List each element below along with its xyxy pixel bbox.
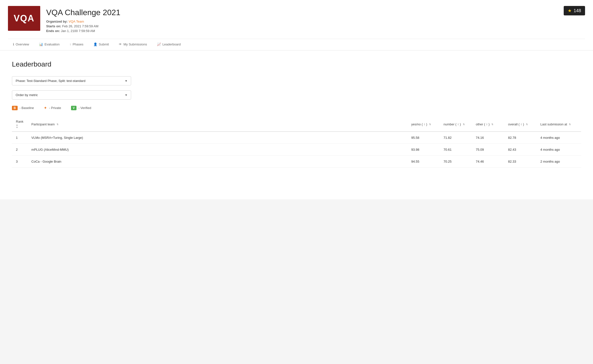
- ends-on-line: Ends on: Jan 1, 2100 7:59:59 AM: [46, 29, 585, 33]
- legend-row: B - Baseline ✦ - Private V - Verified: [12, 106, 581, 110]
- tab-overview-label: Overview: [16, 42, 29, 46]
- tab-evaluation-label: Evaluation: [44, 42, 60, 46]
- cell-yesno: 94.55: [407, 155, 440, 167]
- tab-submit[interactable]: 👤 Submit: [88, 39, 114, 50]
- table-header-row: Rank ▲▼ Participant team ⇅ yes/no ( ↑ ) …: [12, 117, 581, 132]
- cell-overall: 82.43: [504, 144, 536, 155]
- leaderboard-table: Rank ▲▼ Participant team ⇅ yes/no ( ↑ ) …: [12, 117, 581, 168]
- organized-by-label: Organized by:: [46, 20, 68, 23]
- tab-submit-label: Submit: [99, 42, 109, 46]
- col-number-header[interactable]: number ( ↑ ) ⇅: [440, 117, 472, 132]
- col-other-header[interactable]: other ( ↑ ) ⇅: [472, 117, 504, 132]
- cell-other: 74.46: [472, 155, 504, 167]
- header-card: VQA VQA Challenge 2021 Organized by: VQA…: [0, 0, 593, 50]
- cell-yesno: 95.58: [407, 132, 440, 144]
- header-top: VQA VQA Challenge 2021 Organized by: VQA…: [8, 6, 585, 39]
- table-header: Rank ▲▼ Participant team ⇅ yes/no ( ↑ ) …: [12, 117, 581, 132]
- tab-overview[interactable]: ℹ Overview: [8, 39, 34, 50]
- tab-my-submissions[interactable]: 👁 My Submissions: [114, 39, 152, 50]
- tab-phases-label: Phases: [73, 42, 83, 46]
- order-dropdown[interactable]: Order by metric: [12, 90, 131, 100]
- organized-by-link[interactable]: VQA Team: [69, 20, 84, 23]
- legend-private: ✦ - Private: [44, 106, 61, 110]
- cell-submission: 2 months ago: [536, 155, 581, 167]
- number-sort-arrows: ⇅: [463, 123, 465, 126]
- cell-rank: 2: [12, 144, 27, 155]
- verified-label: - Verified: [78, 106, 91, 110]
- tab-phases[interactable]: ↑ Phases: [65, 39, 88, 50]
- table-body: 1 VLMo (MSRA+Turing, Single Large) 95.58…: [12, 132, 581, 168]
- cell-rank: 1: [12, 132, 27, 144]
- tab-evaluation[interactable]: 📊 Evaluation: [34, 39, 65, 50]
- cell-yesno: 93.98: [407, 144, 440, 155]
- ends-value: Jan 1, 2100 7:59:59 AM: [61, 29, 95, 33]
- cell-overall: 82.33: [504, 155, 536, 167]
- submission-sort-arrows: ⇅: [569, 123, 571, 126]
- yesno-sort-arrows: ⇅: [429, 123, 431, 126]
- evaluation-icon: 📊: [39, 42, 43, 46]
- private-label: - Private: [49, 106, 61, 110]
- overview-icon: ℹ: [13, 42, 14, 46]
- rank-sort-arrows: ▲▼: [16, 124, 18, 129]
- rank-label: Rank: [16, 120, 23, 123]
- main-content: Leaderboard Phase: Test-Standard Phase, …: [0, 50, 593, 199]
- logo-text: VQA: [14, 13, 35, 24]
- col-yesno-header[interactable]: yes/no ( ↑ ) ⇅: [407, 117, 440, 132]
- other-sort-arrows: ⇅: [491, 123, 493, 126]
- leaderboard-icon: 📈: [157, 42, 161, 46]
- submit-icon: 👤: [93, 42, 97, 46]
- cell-team: mPLUG (AliceMind-MMU): [27, 144, 407, 155]
- vqa-logo: VQA: [8, 6, 40, 31]
- legend-verified: V - Verified: [71, 106, 91, 110]
- table-row: 3 CoCa - Google Brain 94.55 70.25 74.46 …: [12, 155, 581, 167]
- cell-team: CoCa - Google Brain: [27, 155, 407, 167]
- private-star-icon: ✦: [44, 106, 47, 110]
- cell-overall: 82.78: [504, 132, 536, 144]
- my-submissions-icon: 👁: [119, 42, 122, 46]
- star-icon: ★: [568, 8, 572, 13]
- phase-dropdown[interactable]: Phase: Test-Standard Phase, Split: test-…: [12, 76, 131, 85]
- cell-number: 70.61: [440, 144, 472, 155]
- starts-value: Feb 26, 2021 7:59:59 AM: [62, 24, 98, 28]
- table-row: 1 VLMo (MSRA+Turing, Single Large) 95.58…: [12, 132, 581, 144]
- col-overall-header[interactable]: overall ( ↑ ) ⇅: [504, 117, 536, 132]
- cell-number: 70.25: [440, 155, 472, 167]
- overall-sort-arrows: ⇅: [526, 123, 528, 126]
- table-row: 2 mPLUG (AliceMind-MMU) 93.98 70.61 75.0…: [12, 144, 581, 155]
- cell-number: 71.82: [440, 132, 472, 144]
- order-dropdown-wrapper: Order by metric ▼: [12, 90, 131, 100]
- tab-leaderboard-label: Leaderboard: [162, 42, 181, 46]
- organized-by-line: Organized by: VQA Team: [46, 20, 585, 23]
- cell-submission: 4 months ago: [536, 144, 581, 155]
- legend-baseline: B - Baseline: [12, 106, 34, 110]
- cell-other: 75.09: [472, 144, 504, 155]
- cell-submission: 4 months ago: [536, 132, 581, 144]
- tab-leaderboard[interactable]: 📈 Leaderboard: [152, 39, 186, 50]
- cell-other: 74.16: [472, 132, 504, 144]
- phases-icon: ↑: [70, 42, 71, 46]
- team-sort-arrows: ⇅: [57, 123, 59, 126]
- verified-badge: V: [71, 106, 76, 110]
- col-rank-header[interactable]: Rank ▲▼: [12, 117, 27, 132]
- cell-team: VLMo (MSRA+Turing, Single Large): [27, 132, 407, 144]
- starts-on-line: Starts on: Feb 26, 2021 7:59:59 AM: [46, 24, 585, 28]
- col-team-header[interactable]: Participant team ⇅: [27, 117, 407, 132]
- col-submission-header[interactable]: Last submission at ⇅: [536, 117, 581, 132]
- page-title: Leaderboard: [12, 60, 581, 68]
- header-info: VQA Challenge 2021 Organized by: VQA Tea…: [46, 6, 585, 34]
- tab-my-submissions-label: My Submissions: [123, 42, 147, 46]
- cell-rank: 3: [12, 155, 27, 167]
- phase-dropdown-wrapper: Phase: Test-Standard Phase, Split: test-…: [12, 76, 131, 85]
- star-badge[interactable]: ★ 148: [564, 6, 585, 15]
- baseline-badge: B: [12, 106, 18, 110]
- phase-filter-row: Phase: Test-Standard Phase, Split: test-…: [12, 76, 581, 85]
- nav-tabs: ℹ Overview 📊 Evaluation ↑ Phases 👤 Submi…: [8, 39, 585, 50]
- star-count: 148: [574, 8, 581, 13]
- challenge-title: VQA Challenge 2021: [46, 8, 585, 17]
- order-filter-row: Order by metric ▼: [12, 90, 581, 100]
- starts-label: Starts on:: [46, 24, 61, 28]
- baseline-label: - Baseline: [20, 106, 34, 110]
- ends-label: Ends on:: [46, 29, 60, 33]
